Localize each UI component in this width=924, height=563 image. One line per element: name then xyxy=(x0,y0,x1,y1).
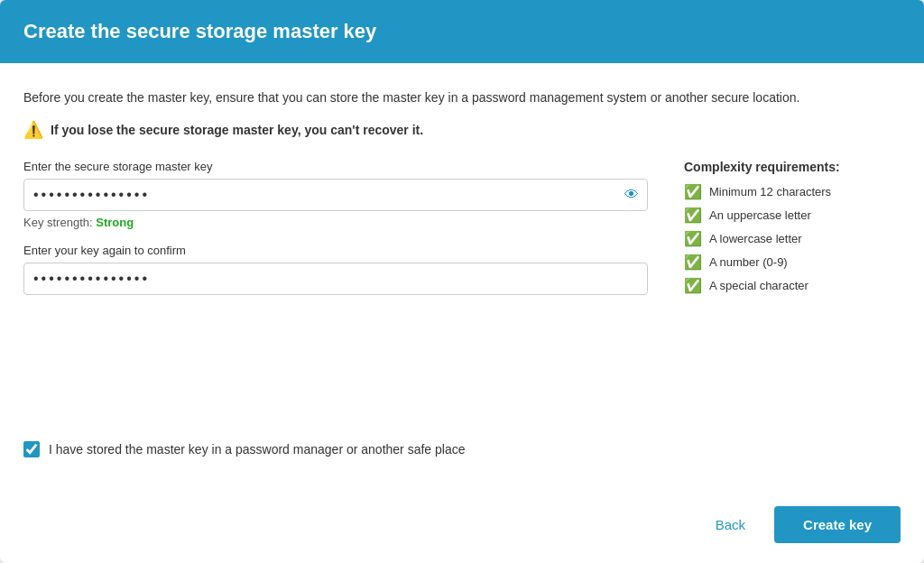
requirement-item: ✅A number (0-9) xyxy=(684,254,901,271)
key-strength-row: Key strength: Strong xyxy=(23,216,648,229)
requirement-item: ✅A lowercase letter xyxy=(684,230,901,247)
warning-banner: ⚠️ If you lose the secure storage master… xyxy=(23,120,901,140)
confirm-key-label: Enter your key again to confirm xyxy=(23,244,648,257)
stored-key-checkbox-label: I have stored the master key in a passwo… xyxy=(49,442,465,457)
dialog-body: Before you create the master key, ensure… xyxy=(0,63,924,494)
dialog-footer: Back Create key xyxy=(0,494,924,563)
check-icon: ✅ xyxy=(684,207,702,224)
warning-icon: ⚠️ xyxy=(23,120,43,140)
check-icon: ✅ xyxy=(684,254,702,271)
master-key-field-group: Enter the secure storage master key 👁 Ke… xyxy=(23,160,648,229)
dialog-title: Create the secure storage master key xyxy=(23,20,901,43)
stored-key-checkbox[interactable] xyxy=(23,441,40,457)
requirement-text: A special character xyxy=(709,279,808,292)
confirm-key-field-group: Enter your key again to confirm xyxy=(23,244,648,295)
requirement-item: ✅An uppercase letter xyxy=(684,207,901,224)
requirement-text: A number (0-9) xyxy=(709,255,788,269)
create-key-button[interactable]: Create key xyxy=(774,506,901,543)
requirement-item: ✅A special character xyxy=(684,277,901,294)
requirement-text: An uppercase letter xyxy=(709,208,811,222)
confirm-key-input[interactable] xyxy=(23,263,648,295)
requirement-item: ✅Minimum 12 characters xyxy=(684,183,901,200)
requirements-list: ✅Minimum 12 characters✅An uppercase lett… xyxy=(684,183,901,294)
confirm-key-input-wrapper xyxy=(23,263,648,295)
complexity-title: Complexity requirements: xyxy=(684,160,901,174)
check-icon: ✅ xyxy=(684,277,702,294)
key-strength-label: Key strength: xyxy=(23,216,93,229)
requirement-text: Minimum 12 characters xyxy=(709,185,831,198)
check-icon: ✅ xyxy=(684,183,702,200)
requirement-text: A lowercase letter xyxy=(709,232,802,245)
master-key-label: Enter the secure storage master key xyxy=(23,160,648,173)
stored-key-checkbox-row: I have stored the master key in a passwo… xyxy=(23,441,901,457)
master-key-input-wrapper: 👁 xyxy=(23,179,648,211)
intro-text: Before you create the master key, ensure… xyxy=(23,88,901,107)
toggle-visibility-icon[interactable]: 👁 xyxy=(624,187,639,203)
form-area: Enter the secure storage master key 👁 Ke… xyxy=(23,160,901,309)
check-icon: ✅ xyxy=(684,230,702,247)
key-strength-value: Strong xyxy=(96,216,134,229)
dialog-header: Create the secure storage master key xyxy=(0,0,924,63)
form-fields: Enter the secure storage master key 👁 Ke… xyxy=(23,160,648,309)
back-button[interactable]: Back xyxy=(699,508,762,541)
create-key-dialog: Create the secure storage master key Bef… xyxy=(0,0,924,563)
warning-text: If you lose the secure storage master ke… xyxy=(51,123,423,137)
complexity-panel: Complexity requirements: ✅Minimum 12 cha… xyxy=(684,160,901,309)
master-key-input[interactable] xyxy=(23,179,648,211)
